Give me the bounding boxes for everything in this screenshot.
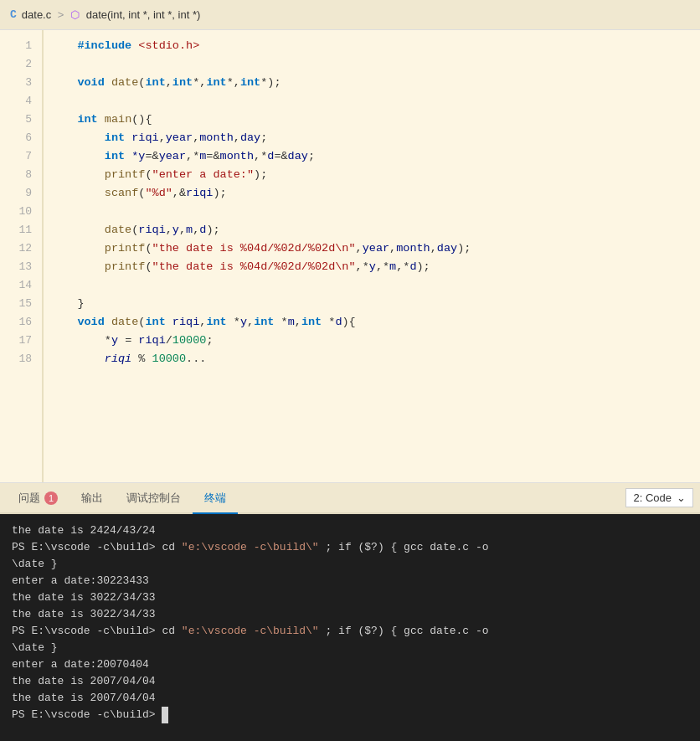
terminal-select[interactable]: 2: Code ⌄	[625, 488, 693, 507]
tab-debug-console[interactable]: 调试控制台	[115, 483, 193, 514]
breadcrumb: C date.c > ⬡ date(int, int *, int *, int…	[0, 0, 700, 30]
code-lines: #include <stdio.h> void date(int,int*,in…	[44, 30, 700, 482]
panel-tab-bar: 问题 1 输出 调试控制台 终端 2: Code ⌄	[0, 482, 700, 514]
terminal-line-1: the date is 2424/43/24	[12, 522, 688, 539]
terminal-line-2b: \date }	[12, 556, 688, 573]
problems-badge: 1	[44, 491, 58, 505]
terminal-line-6: PS E:\vscode -c\build> cd "e:\vscode -c\…	[12, 623, 688, 640]
code-line-17: *y = riqi/10000;	[50, 332, 700, 350]
tab-output[interactable]: 输出	[69, 483, 115, 514]
terminal-line-6b: \date }	[12, 640, 688, 656]
code-line-18: riqi % 10000...	[50, 350, 700, 368]
code-line-11: date(riqi,y,m,d);	[50, 221, 700, 239]
code-line-6: int riqi,year,month,day;	[50, 129, 700, 147]
tab-terminal-label: 终端	[204, 491, 226, 506]
code-line-1: #include <stdio.h>	[50, 37, 700, 55]
tab-problems[interactable]: 问题 1	[7, 483, 69, 514]
code-line-7: int *y=&year,*m=&month,*d=&day;	[50, 147, 700, 166]
function-signature: date(int, int *, int *, int *)	[86, 8, 201, 21]
code-line-2	[50, 55, 700, 74]
code-line-14	[50, 276, 700, 295]
code-line-16: void date(int riqi,int *y,int *m,int *d)…	[50, 313, 700, 332]
terminal-line-7: enter a date:20070404	[12, 656, 688, 673]
terminal-line-8: the date is 2007/04/04	[12, 673, 688, 690]
code-line-5: int main(){	[50, 111, 700, 129]
code-line-10	[50, 203, 700, 221]
terminal-line-9: the date is 2007/04/04	[12, 690, 688, 707]
file-type-icon: C	[10, 8, 17, 21]
terminal-select-value: 2: Code	[633, 491, 672, 504]
separator: >	[58, 8, 67, 21]
code-editor: 1 2 3 4 5 6 7 8 9 10 11 12 13 14 15 16 1…	[0, 30, 700, 482]
terminal-line-5: the date is 3022/34/33	[12, 606, 688, 623]
tab-output-label: 输出	[81, 491, 103, 506]
code-line-4	[50, 92, 700, 111]
line-numbers: 1 2 3 4 5 6 7 8 9 10 11 12 13 14 15 16 1…	[0, 30, 42, 482]
terminal-line-4: the date is 3022/34/33	[12, 589, 688, 606]
terminal-line-3: enter a date:30223433	[12, 573, 688, 589]
file-name: date.c	[22, 8, 51, 21]
code-line-3: void date(int,int*,int*,int*);	[50, 74, 700, 92]
tab-debug-label: 调试控制台	[126, 491, 181, 506]
code-line-12: printf("the date is %04d/%02d/%02d\n",ye…	[50, 239, 700, 258]
code-line-13: printf("the date is %04d/%02d/%02d\n",*y…	[50, 258, 700, 276]
tab-right-controls: 2: Code ⌄	[625, 483, 693, 512]
tab-problems-label: 问题	[18, 491, 40, 506]
breadcrumb-text: date.c > ⬡ date(int, int *, int *, int *…	[22, 8, 200, 21]
terminal-line-2: PS E:\vscode -c\build> cd "e:\vscode -c\…	[12, 539, 688, 556]
code-line-15: }	[50, 295, 700, 313]
tab-terminal[interactable]: 终端	[193, 483, 238, 514]
chevron-down-icon: ⌄	[677, 491, 686, 504]
function-icon: ⬡	[70, 8, 80, 21]
code-line-8: printf("enter a date:");	[50, 166, 700, 184]
terminal-line-10: PS E:\vscode -c\build>	[12, 707, 688, 723]
terminal-panel[interactable]: the date is 2424/43/24 PS E:\vscode -c\b…	[0, 514, 700, 741]
code-line-9: scanf("%d",&riqi);	[50, 184, 700, 203]
